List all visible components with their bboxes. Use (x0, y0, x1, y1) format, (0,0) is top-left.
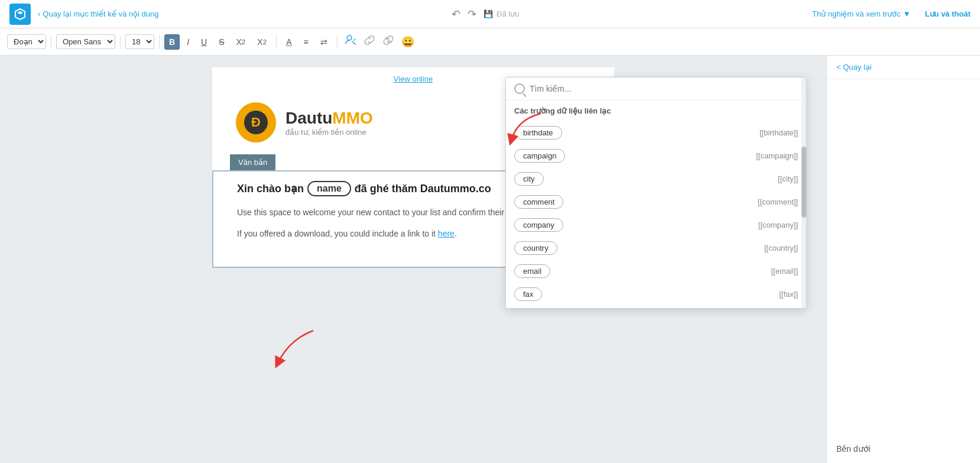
align-button[interactable]: ⇄ (316, 34, 332, 50)
brand-text: DautuMMO đầu tư, kiếm tiền online (285, 109, 373, 137)
field-tag: [[fax]] (779, 290, 798, 299)
field-pill[interactable]: email (514, 264, 550, 278)
sidebar-back-button[interactable]: < Quay lại (827, 56, 980, 79)
nav-icons: ↶ ↷ 💾 Đã lưu (452, 8, 519, 21)
dropdown-search-bar (506, 77, 806, 101)
undo-button[interactable]: ↶ (452, 8, 460, 21)
field-picker-dropdown: Các trường dữ liệu liên lạc birthdate [[… (505, 77, 807, 309)
toolbar-divider-5 (337, 35, 338, 49)
dropdown-field-item[interactable]: comment [[comment]] (506, 190, 806, 213)
brand-logo-inner: Đ (244, 111, 268, 134)
toolbar-divider-2 (120, 35, 121, 49)
subscript-button[interactable]: X2 (231, 34, 250, 50)
brand-logo-circle: Đ (236, 102, 276, 143)
app-logo (9, 4, 31, 25)
size-select[interactable]: 18 (125, 34, 154, 49)
font-select[interactable]: Open Sans (56, 34, 115, 49)
list-button[interactable]: ≡ (298, 34, 313, 50)
field-pill[interactable]: city (514, 172, 544, 186)
saved-status: 💾 Đã lưu (483, 9, 519, 18)
size-select-group: 18 (125, 34, 154, 49)
dropdown-field-item[interactable]: country [[country]] (506, 237, 806, 260)
dropdown-field-item[interactable]: fax [[fax]] (506, 283, 806, 306)
italic-button[interactable]: I (182, 34, 194, 50)
field-tag: [[comment]] (758, 197, 798, 206)
svg-point-0 (347, 35, 352, 40)
dropdown-field-item[interactable]: birthdate [[birthdate]] (506, 121, 806, 144)
toolbar-divider-3 (159, 35, 160, 49)
field-pill[interactable]: fax (514, 287, 542, 301)
dropdown-field-item[interactable]: email [[email]] (506, 260, 806, 283)
toolbar-divider-4 (276, 35, 277, 49)
save-exit-button[interactable]: Lưu và thoát (925, 9, 971, 18)
top-nav: ‹ Quay lại mục thiết kế và nội dung ↶ ↷ … (0, 0, 980, 28)
dropdown-field-item[interactable]: company [[company]] (506, 213, 806, 237)
search-icon (514, 83, 525, 94)
underline-button[interactable]: U (196, 34, 212, 50)
main-layout: View online Đ DautuMMO đầu tư, kiếm tiền… (0, 56, 980, 463)
dropdown-search-input[interactable] (530, 84, 798, 93)
field-pill[interactable]: birthdate (514, 126, 562, 140)
paragraph-select-group: Đoạn (7, 34, 46, 49)
field-tag: [[company]] (758, 221, 798, 229)
here-link[interactable]: here (438, 229, 455, 238)
back-to-design-link[interactable]: ‹ Quay lại mục thiết kế và nội dung (38, 9, 158, 18)
name-pill: name (307, 181, 351, 196)
sidebar-bottom-label: Bên dưới (827, 435, 980, 463)
chevron-down-icon: ▼ (903, 9, 911, 18)
top-nav-right: Thử nghiệm và xem trước ▼ Lưu và thoát (812, 9, 971, 18)
top-nav-left: ‹ Quay lại mục thiết kế và nội dung (9, 4, 158, 25)
field-tag: [[campaign]] (756, 151, 798, 160)
field-pill[interactable]: country (514, 241, 557, 255)
font-select-group: Open Sans (56, 34, 115, 49)
right-sidebar: < Quay lại Bên dưới (826, 56, 980, 463)
unlink-button[interactable] (380, 32, 397, 51)
paragraph-select[interactable]: Đoạn (7, 34, 46, 49)
field-tag: [[email]] (771, 267, 798, 276)
field-pill[interactable]: comment (514, 195, 563, 209)
field-pill[interactable]: company (514, 218, 563, 232)
dropdown-field-item[interactable]: campaign [[campaign]] (506, 144, 806, 167)
strikethrough-button[interactable]: S (214, 34, 229, 50)
personalize-button[interactable] (342, 32, 359, 51)
text-block-tab: Văn bản (230, 154, 275, 170)
field-tag: [[birthdate]] (760, 128, 798, 137)
dropdown-scrollbar[interactable] (801, 77, 806, 308)
toolbar-divider-1 (51, 35, 51, 49)
brand-subtitle: đầu tư, kiếm tiền online (285, 128, 373, 137)
field-pill[interactable]: campaign (514, 149, 565, 163)
redo-button[interactable]: ↷ (468, 8, 476, 21)
view-online-link[interactable]: View online (394, 75, 433, 83)
emoji-button[interactable]: 😀 (399, 33, 417, 51)
superscript-button[interactable]: X2 (252, 34, 271, 50)
field-tag: [[city]] (778, 174, 798, 183)
dropdown-section-title: Các trường dữ liệu liên lạc (506, 101, 806, 119)
dropdown-field-list: birthdate [[birthdate]] campaign [[campa… (506, 119, 806, 308)
link-button[interactable] (361, 32, 378, 51)
field-tag: [[country]] (764, 244, 798, 252)
bold-button[interactable]: B (164, 34, 180, 50)
brand-name: DautuMMO (285, 109, 373, 128)
save-icon: 💾 (483, 9, 493, 18)
preview-button[interactable]: Thử nghiệm và xem trước ▼ (812, 9, 911, 18)
text-color-button[interactable]: A (281, 34, 296, 50)
text-toolbar: Đoạn Open Sans 18 B I U S X2 X2 A ≡ ⇄ (0, 28, 980, 56)
dropdown-scrollbar-thumb (801, 147, 806, 218)
dropdown-field-item[interactable]: city [[city]] (506, 167, 806, 190)
